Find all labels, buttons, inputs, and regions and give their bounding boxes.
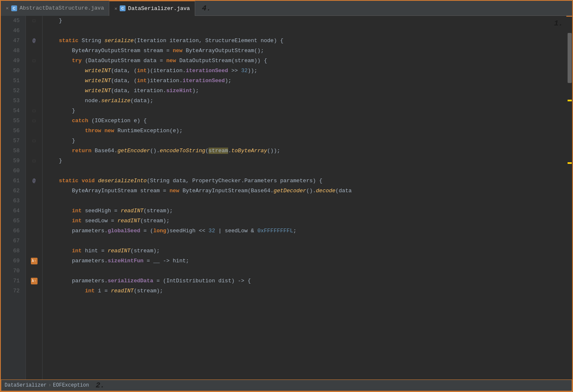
code-line-58: return Base64.getEncoder().encodeToStrin… bbox=[43, 146, 566, 156]
code-line-45: } bbox=[43, 16, 566, 26]
gutter-row-46 bbox=[26, 26, 42, 36]
line-num-56: 56 bbox=[1, 126, 22, 136]
code-line-62: ByteArrayInputStream stream = new ByteAr… bbox=[43, 186, 566, 196]
tab-data-label: DataSerializer.java bbox=[128, 5, 190, 12]
line-num-65: 65 bbox=[1, 216, 22, 226]
code-line-52: writeINT(data, iteration.sizeHint); bbox=[43, 86, 566, 96]
fold-icon-57: □ bbox=[33, 139, 35, 143]
code-line-71: parameters.serializedData = (IntDistribu… bbox=[43, 276, 566, 286]
right-number: 1. bbox=[554, 18, 564, 28]
line-num-64: 64 bbox=[1, 206, 22, 216]
gutter-row-54: □ bbox=[26, 106, 42, 116]
code-line-53: node.serialize(data); bbox=[43, 96, 566, 106]
breadcrumb: DataSerializer › EOFException bbox=[5, 382, 89, 388]
gutter-row-52 bbox=[26, 86, 42, 96]
code-line-54: } bbox=[43, 106, 566, 116]
code-line-72: int i = readINT(stream); bbox=[43, 286, 566, 296]
class-icon-data: C bbox=[120, 5, 126, 11]
gutter-row-48 bbox=[26, 46, 42, 56]
at-icon-61: @ bbox=[33, 178, 35, 184]
fold-icon-59: □ bbox=[33, 159, 35, 163]
at-icon-47: @ bbox=[33, 38, 35, 44]
line-num-72: 72 bbox=[1, 286, 22, 296]
tab-bar: ✕ C AbstractDataStructure.java ✕ C DataS… bbox=[1, 1, 572, 16]
fold-icon-55: □ bbox=[33, 119, 35, 123]
bottom-number: 2. bbox=[96, 381, 105, 389]
code-line-55: catch (IOException e) { bbox=[43, 116, 566, 126]
code-line-48: ByteArrayOutputStream stream = new ByteA… bbox=[43, 46, 566, 56]
editor-container: ✕ C AbstractDataStructure.java ✕ C DataS… bbox=[0, 0, 573, 392]
breadcrumb-method: EOFException bbox=[53, 382, 89, 388]
gutter-row-49: □ bbox=[26, 56, 42, 66]
status-bar: DataSerializer › EOFException 2. bbox=[1, 379, 572, 391]
close-data-icon[interactable]: ✕ bbox=[114, 6, 117, 11]
line-num-70: 70 bbox=[1, 266, 22, 276]
line-num-51: 51 bbox=[1, 76, 22, 86]
code-line-66: parameters.globalSeed = (long)seedHigh <… bbox=[43, 226, 566, 236]
code-area[interactable]: } static String serialize(Iteration iter… bbox=[43, 16, 566, 379]
line-num-68: 68 bbox=[1, 246, 22, 256]
line-num-48: 48 bbox=[1, 46, 22, 56]
gutter-row-45: □ bbox=[26, 16, 42, 26]
line-num-66: 66 bbox=[1, 226, 22, 236]
close-abstract-icon[interactable]: ✕ bbox=[6, 5, 9, 11]
code-line-70 bbox=[43, 266, 566, 276]
code-line-65: int seedLow = readINT(stream); bbox=[43, 216, 566, 226]
tab-data[interactable]: ✕ C DataSerializer.java bbox=[109, 1, 195, 16]
code-line-67 bbox=[43, 236, 566, 246]
gutter-row-51 bbox=[26, 76, 42, 86]
code-line-69: parameters.sizeHintFun = __ -> hint; bbox=[43, 256, 566, 266]
class-icon-abstract: C bbox=[11, 5, 17, 11]
gutter-row-66 bbox=[26, 226, 42, 236]
code-line-49: try (DataOutputStream data = new DataOut… bbox=[43, 56, 566, 66]
gutter-row-69: λ↑ bbox=[26, 256, 42, 266]
line-num-57: 57 bbox=[1, 136, 22, 146]
fold-icon-45: □ bbox=[33, 19, 35, 23]
line-num-55: 55 bbox=[1, 116, 22, 126]
tab-number: 4. bbox=[202, 4, 211, 13]
code-line-56: throw new RuntimeException(e); bbox=[43, 126, 566, 136]
fold-icon-49: □ bbox=[33, 59, 35, 63]
gutter-row-62 bbox=[26, 186, 42, 196]
line-num-71: 71 bbox=[1, 276, 22, 286]
fold-icon-54: □ bbox=[33, 109, 35, 113]
line-num-63: 63 bbox=[1, 196, 22, 206]
code-line-57: } bbox=[43, 136, 566, 146]
code-line-47: static String serialize(Iteration iterat… bbox=[43, 36, 566, 46]
line-num-59: 59 bbox=[1, 156, 22, 166]
line-num-53: 53 bbox=[1, 96, 22, 106]
line-num-49: 49 bbox=[1, 56, 22, 66]
gutter-row-57: □ bbox=[26, 136, 42, 146]
gutter-row-53 bbox=[26, 96, 42, 106]
code-line-59: } bbox=[43, 156, 566, 166]
scrollbar[interactable] bbox=[566, 16, 572, 17]
line-num-60: 60 bbox=[1, 166, 22, 176]
gutter-row-67 bbox=[26, 236, 42, 246]
code-line-63 bbox=[43, 196, 566, 206]
breadcrumb-separator: › bbox=[48, 382, 51, 388]
scrollbar-thumb[interactable] bbox=[568, 33, 572, 83]
line-num-46: 46 bbox=[1, 26, 22, 36]
line-num-61: 61 bbox=[1, 176, 22, 186]
gutter-row-60 bbox=[26, 166, 42, 176]
gutter-row-70 bbox=[26, 266, 42, 276]
gutter-row-59: □ bbox=[26, 156, 42, 166]
code-line-68: int hint = readINT(stream); bbox=[43, 246, 566, 256]
line-numbers: 4546474849505152535455565758596061626364… bbox=[1, 16, 26, 379]
code-line-51: writeINT(data, (int)iteration.iterationS… bbox=[43, 76, 566, 86]
line-num-67: 67 bbox=[1, 236, 22, 246]
gutter-row-68 bbox=[26, 246, 42, 256]
gutter-row-72 bbox=[26, 286, 42, 296]
tab-abstract[interactable]: ✕ C AbstractDataStructure.java bbox=[1, 1, 109, 16]
scrollbar-marker-2 bbox=[568, 162, 572, 164]
main-content: 4546474849505152535455565758596061626364… bbox=[1, 16, 572, 379]
line-num-50: 50 bbox=[1, 66, 22, 76]
line-num-62: 62 bbox=[1, 186, 22, 196]
gutter-row-65 bbox=[26, 216, 42, 226]
gutter-row-64 bbox=[26, 206, 42, 216]
breadcrumb-file: DataSerializer bbox=[5, 382, 47, 388]
line-num-47: 47 bbox=[1, 36, 22, 46]
gutter-row-47: @ bbox=[26, 36, 42, 46]
lambda-icon-69: λ↑ bbox=[31, 258, 38, 264]
code-line-60 bbox=[43, 166, 566, 176]
